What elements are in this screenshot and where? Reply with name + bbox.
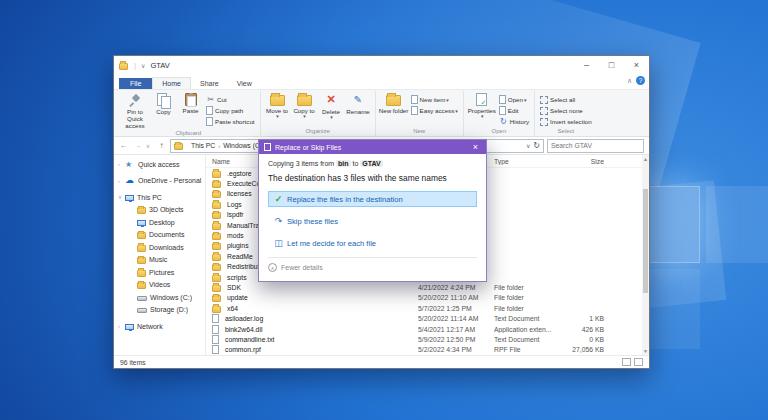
close-button[interactable]: × <box>624 56 649 74</box>
rename-button[interactable]: ✎ Rename <box>345 91 372 115</box>
sidebar-item-documents[interactable]: Documents <box>114 229 205 242</box>
folder-icon <box>212 202 221 209</box>
tab-view[interactable]: View <box>228 78 261 89</box>
expander-chevron-icon[interactable]: ∨ <box>118 194 125 200</box>
expander-chevron-icon[interactable]: › <box>118 323 125 329</box>
title-bar[interactable]: | ∨ GTAV – □ × <box>114 56 649 74</box>
sidebar-item-videos[interactable]: Videos <box>114 279 205 292</box>
scrollbar-thumb[interactable] <box>643 189 648 293</box>
sidebar-item-label: This PC <box>137 194 162 201</box>
file-name: commandline.txt <box>225 336 275 343</box>
check-icon: ✓ <box>273 194 284 204</box>
tab-share[interactable]: Share <box>191 78 228 89</box>
sidebar-item-windows-c[interactable]: Windows (C:) <box>114 291 205 304</box>
scroll-up-icon[interactable]: ▲ <box>642 155 649 163</box>
back-button[interactable]: ← <box>118 141 129 150</box>
group-label: New <box>379 127 460 136</box>
file-row[interactable]: x645/7/2022 1:25 PMFile folder <box>206 303 642 313</box>
qat-customize-caret-icon[interactable]: ∨ <box>141 62 145 69</box>
button-label: Cut <box>217 96 227 103</box>
maximize-button[interactable]: □ <box>599 56 624 74</box>
properties-button[interactable]: ✓ Properties ▾ <box>467 91 497 120</box>
paste-icon <box>185 93 197 106</box>
move-to-button[interactable]: Move to ▾ <box>264 91 291 120</box>
invert-selection-button[interactable]: Invert selection <box>538 116 594 127</box>
sidebar-item-quick-access[interactable]: ›★Quick access <box>114 158 205 171</box>
sidebar-item-onedrive-personal[interactable]: ›☁OneDrive - Personal <box>114 175 205 188</box>
open-button[interactable]: Open ▾ <box>497 94 531 105</box>
breadcrumb-segment[interactable]: This PC <box>188 142 218 149</box>
easy-access-button[interactable]: Easy access ▾ <box>409 105 460 116</box>
scroll-down-icon[interactable]: ▼ <box>642 347 649 355</box>
skip-files-option[interactable]: ↷ Skip these files <box>268 213 477 229</box>
copy-path-button[interactable]: Copy path <box>204 105 257 116</box>
select-none-button[interactable]: Select none <box>538 105 594 116</box>
dialog-close-button[interactable]: × <box>465 140 486 154</box>
large-icons-view-button[interactable] <box>634 358 643 366</box>
minimize-button[interactable]: – <box>574 56 599 74</box>
replace-files-option[interactable]: ✓ Replace the files in the destination <box>268 191 477 207</box>
file-name-cell: update <box>206 293 418 302</box>
pin-to-quick-access-button[interactable]: Pin to Quick access <box>120 91 150 129</box>
recent-locations-caret-icon[interactable]: ∨ <box>146 143 153 149</box>
expander-chevron-icon[interactable]: › <box>118 161 125 167</box>
expander-chevron-icon[interactable]: › <box>118 178 125 184</box>
column-header-type[interactable]: Type <box>494 158 556 165</box>
new-item-icon <box>411 95 418 104</box>
group-label: Organize <box>264 127 372 136</box>
sidebar-item-network[interactable]: ›Network <box>114 320 205 333</box>
vertical-scrollbar[interactable]: ▲ ▼ <box>642 155 649 355</box>
window-folder-icon <box>119 63 128 70</box>
folder-icon <box>212 171 221 178</box>
file-row[interactable]: update5/20/2022 11:10 AMFile folder <box>206 293 642 303</box>
details-view-button[interactable] <box>622 358 631 366</box>
help-icon[interactable]: ? <box>636 76 645 85</box>
edit-button[interactable]: Edit <box>497 105 531 116</box>
address-dropdown-caret-icon[interactable]: ∨ <box>526 142 530 149</box>
sidebar-item-storage-d[interactable]: Storage (D:) <box>114 304 205 317</box>
folder-icon <box>212 181 221 188</box>
file-name-cell: common.rpf <box>206 345 418 354</box>
decide-each-file-option[interactable]: ◫ Let me decide for each file <box>268 235 477 251</box>
paste-shortcut-button[interactable]: Paste shortcut <box>204 116 257 127</box>
ribbon-collapse-icon[interactable]: ∧ <box>627 77 632 85</box>
sidebar-item-3d-objects[interactable]: 3D Objects <box>114 204 205 217</box>
button-label: Paste shortcut <box>215 118 255 125</box>
file-row[interactable]: commandline.txt5/9/2022 12:50 PMText Doc… <box>206 334 642 344</box>
sidebar-item-label: Windows (C:) <box>150 294 192 301</box>
forward-button[interactable]: → <box>132 141 143 150</box>
copy-description: Copying 3 items from bin to GTAV <box>268 160 477 167</box>
new-folder-button[interactable]: New folder <box>379 91 409 114</box>
new-item-button[interactable]: New item ▾ <box>409 94 460 105</box>
select-all-button[interactable]: Select all <box>538 94 594 105</box>
cut-button[interactable]: ✂ Cut <box>204 94 257 105</box>
sidebar-item-this-pc[interactable]: ∨This PC <box>114 191 205 204</box>
sidebar-item-music[interactable]: Music <box>114 254 205 267</box>
file-row[interactable]: bink2w64.dll5/4/2021 12:17 AMApplication… <box>206 324 642 334</box>
refresh-icon[interactable]: ↻ <box>533 141 540 150</box>
tab-home[interactable]: Home <box>152 77 191 89</box>
fewer-details-toggle[interactable]: ∧ Fewer details <box>268 258 477 276</box>
history-button[interactable]: ↻ History <box>497 116 531 127</box>
delete-button[interactable]: ✕ Delete ▾ <box>318 91 345 121</box>
button-label: Copy path <box>215 107 243 114</box>
sidebar-item-pictures[interactable]: Pictures <box>114 266 205 279</box>
dialog-title-bar[interactable]: Replace or Skip Files × <box>259 140 486 154</box>
ribbon-group-organize: Move to ▾ Copy to ▾ ✕ Delete ▾ ✎ Rename <box>261 91 376 136</box>
search-box[interactable] <box>547 139 644 153</box>
sidebar-item-desktop[interactable]: Desktop <box>114 216 205 229</box>
sidebar-item-downloads[interactable]: Downloads <box>114 241 205 254</box>
paste-button[interactable]: Paste <box>177 91 204 114</box>
file-row[interactable]: asiloader.log5/20/2022 11:14 AMText Docu… <box>206 313 642 323</box>
copy-to-button[interactable]: Copy to ▾ <box>291 91 318 120</box>
sidebar-item-label: Network <box>137 323 163 330</box>
folder-icon <box>212 264 221 271</box>
file-row[interactable]: SDK4/21/2022 4:24 PMFile folder <box>206 282 642 292</box>
column-header-size[interactable]: Size <box>556 158 608 165</box>
up-button[interactable]: ↑ <box>156 141 167 150</box>
copy-button[interactable]: Copy <box>150 91 177 115</box>
file-row[interactable]: common.rpf5/2/2022 4:34 PMRPF File27,056… <box>206 345 642 355</box>
search-input[interactable] <box>551 142 640 149</box>
tab-file[interactable]: File <box>119 78 152 89</box>
folder-icon <box>212 275 221 282</box>
